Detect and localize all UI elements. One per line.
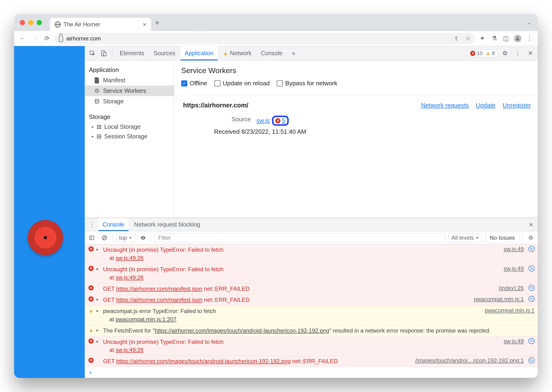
new-tab-button[interactable]: + [155,18,160,27]
console-row[interactable]: ✕GET https://airhorner.com/manifest.json… [85,283,538,295]
filter-input[interactable]: Filter [155,233,445,243]
source-link[interactable]: sw.js:49 [499,265,524,272]
close-window-button[interactable] [20,20,25,25]
tabs-overflow-icon[interactable]: ⌄ [527,20,531,26]
context-selector[interactable]: top▼ [116,233,135,242]
source-link[interactable]: pwacompat.min.js:1 [480,307,535,314]
browser-tab[interactable]: The Air Horner × [50,18,151,31]
console-row[interactable]: ✕▸Uncaught (in promise) TypeError: Faile… [85,245,538,264]
divider [174,95,538,96]
sidebar-item-session-storage[interactable]: ▸ Session Storage [85,132,174,141]
live-expression-icon[interactable] [138,233,148,243]
expand-icon[interactable]: ▸ [96,246,101,252]
console-prompt[interactable]: › [85,367,538,378]
minimize-window-button[interactable] [28,20,33,25]
error-icon: ✕ [88,338,94,343]
profile-button[interactable] [512,33,523,44]
sidebar-item-local-storage[interactable]: ▸ Local Storage [85,122,174,132]
console-settings-icon[interactable]: ⚙ [526,233,536,243]
close-drawer-icon[interactable]: × [526,221,536,229]
bypass-checkbox[interactable]: Bypass for network [277,80,337,87]
network-requests-link[interactable]: Network requests [421,102,469,109]
source-file-link[interactable]: sw.js [256,117,270,124]
console-row[interactable]: ✕▸Uncaught (in promise) TypeError: Faile… [85,264,538,283]
lock-icon [59,37,63,42]
issues-button[interactable]: No Issues [485,233,519,243]
sidepanel-icon[interactable]: ◫ [501,33,511,44]
update-on-reload-checkbox[interactable]: Update on reload [214,80,270,87]
settings-icon[interactable]: ⚙ [500,48,510,58]
bookmark-icon[interactable]: ☆ [465,35,471,42]
address-bar[interactable]: airhorner.com ⇪ ☆ [54,33,475,44]
expand-icon[interactable]: ▸ [96,296,101,302]
menu-icon[interactable]: ⋮ [524,33,535,44]
reload-button[interactable]: ⟳ [42,33,52,44]
log-levels-selector[interactable]: All levels▼ [449,233,482,242]
share-icon[interactable]: ⇪ [454,35,458,42]
repeat-icon[interactable]: ↻ [529,285,535,291]
console-sidebar-toggle-icon[interactable] [87,233,96,243]
source-link[interactable]: (index):26 [494,285,524,291]
console-row[interactable]: ▲▸pwacompat.js error TypeError: Failed t… [85,306,538,325]
extensions-icon[interactable]: ✦ [477,33,487,44]
expand-icon[interactable]: ▸ [96,338,101,344]
repeat-icon[interactable]: ↻ [529,265,535,272]
sw-details: Source sw.js ✕ 5 [214,116,531,126]
drawer-tab-network-blocking[interactable]: Network request blocking [130,218,204,231]
sidebar-item-service-workers[interactable]: ⚙ Service Workers [85,85,174,96]
repeat-icon[interactable]: ↻ [529,246,535,252]
repeat-icon[interactable]: ↻ [529,296,535,302]
expand-icon[interactable] [96,357,101,358]
source-link[interactable]: /images/touch/androi…ricon-192-192.png:1 [410,357,524,364]
svg-point-19 [143,237,144,238]
console-log[interactable]: ✕▸Uncaught (in promise) TypeError: Faile… [85,245,538,378]
sidebar-item-manifest[interactable]: Manifest [85,75,174,85]
update-link[interactable]: Update [476,102,495,109]
drawer-menu-icon[interactable]: ⋮ [87,219,97,230]
tab-console[interactable]: Console [257,46,287,60]
inspect-icon[interactable] [87,48,97,58]
console-row[interactable]: ▲▸The FetchEvent for "https://airhorner.… [85,325,538,336]
source-link[interactable]: sw.js:49 [499,246,524,252]
error-count-highlight[interactable]: ✕ 5 [272,116,289,126]
tab-network[interactable]: ▲Network [218,46,255,60]
airhorn-button[interactable] [28,220,63,255]
clear-console-icon[interactable] [100,233,109,243]
tab-elements[interactable]: Elements [116,46,148,60]
expand-icon[interactable]: ▸ [96,327,101,333]
tab-sources[interactable]: Sources [149,46,180,60]
drawer-tabstrip: ⋮ Console Network request blocking × [85,218,538,231]
close-devtools-icon[interactable]: ✕ [525,48,536,58]
console-message: GET https://airhorner.com/images/touch/a… [103,357,408,365]
expand-icon[interactable]: ▸ [96,307,101,313]
drawer-tab-console[interactable]: Console [98,218,129,231]
warning-icon: ▲ [88,307,94,314]
kebab-icon[interactable]: ⋮ [512,48,523,58]
source-link[interactable]: pwacompat.min.js:1 [469,296,524,302]
unregister-link[interactable]: Unregister [503,102,531,109]
console-row[interactable]: ✕GET https://airhorner.com/images/touch/… [85,356,538,367]
gear-icon: ⚙ [94,88,100,94]
labs-icon[interactable]: ⚗ [489,33,499,44]
divider [112,49,112,58]
console-row[interactable]: ✕▸Uncaught (in promise) TypeError: Faile… [85,336,538,356]
close-tab-icon[interactable]: × [143,21,146,28]
tab-application[interactable]: Application [181,46,218,60]
back-button[interactable]: ← [17,33,28,44]
device-toggle-icon[interactable] [98,48,109,58]
tabs-overflow[interactable]: » [288,46,299,60]
svg-rect-8 [99,126,101,127]
error-count-link[interactable]: 5 [282,117,285,124]
sidebar-item-storage[interactable]: Storage [85,96,174,107]
source-link[interactable]: sw.js:49 [499,338,524,344]
offline-checkbox[interactable]: ✓Offline [181,80,207,87]
repeat-icon[interactable]: ↻ [529,338,535,344]
maximize-window-button[interactable] [37,20,42,25]
console-row[interactable]: ✕▸GET https://airhorner.com/manifest.jso… [85,294,538,306]
forward-button[interactable]: → [30,33,40,44]
issue-counts[interactable]: ✕10 ▲8 [467,49,497,57]
repeat-icon[interactable]: ↻ [529,357,535,363]
error-icon: ✕ [88,246,94,252]
expand-icon[interactable] [96,285,101,286]
expand-icon[interactable]: ▸ [96,265,101,272]
